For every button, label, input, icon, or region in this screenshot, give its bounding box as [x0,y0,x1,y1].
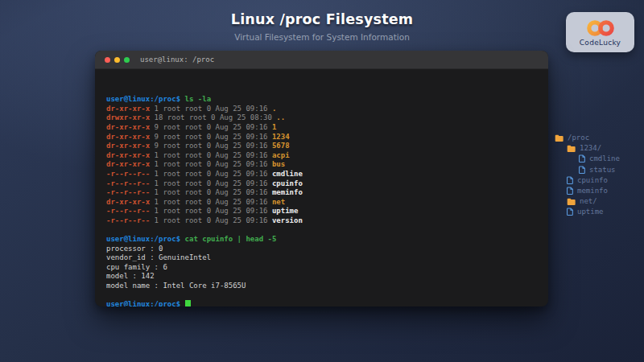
command-output: vendor_id : GenuineIntel [106,253,211,261]
infinity-icon [584,19,617,37]
terminal-line: user@linux:/proc$ ls -la [106,95,537,105]
file-icon [567,208,573,216]
command-output: model : 142 [106,272,155,280]
tree-item-label: net/ [580,197,597,205]
tree-item-proc: /proc [555,134,620,142]
tree-item-label: cmdline [589,154,620,162]
ls-directory-name: acpi [272,151,290,159]
file-icon [567,176,573,184]
ls-meta: 1 root root 0 Aug 25 09:16 [150,216,272,224]
ls-directory-name: . [272,105,276,113]
terminal-body[interactable]: user@linux:/proc$ ls -ladr-xr-xr-x 1 roo… [95,69,548,306]
terminal-line: -r--r--r-- 1 root root 0 Aug 25 09:16 ve… [106,216,537,226]
terminal-line: -r--r--r-- 1 root root 0 Aug 25 09:16 cm… [106,170,537,179]
tree-item-label: status [589,166,616,174]
terminal-line: dr-xr-xr-x 1 root root 0 Aug 25 09:16 ne… [106,198,537,208]
terminal-line: model : 142 [106,272,537,282]
command-output: processor : 0 [106,245,163,253]
terminal-line [106,291,537,301]
ls-permissions: drwxr-xr-x [106,113,150,121]
ls-permissions: dr-xr-xr-x [106,160,150,168]
terminal-line: user@linux:/proc$ cat cpuinfo | head -5 [106,235,537,245]
shell-command: ls -la [185,95,212,103]
tree-item-cpuinfo: cpuinfo [555,176,620,184]
terminal-line: cpu family : 6 [106,263,537,273]
ls-meta: 9 root root 0 Aug 25 09:16 [150,123,272,131]
shell-command: cat cpuinfo | head -5 [185,235,277,243]
tree-item-uptime: uptime [555,208,620,216]
terminal-line: -r--r--r-- 1 root root 0 Aug 25 09:16 me… [106,188,537,198]
folder-icon [567,198,576,205]
terminal-titlebar[interactable]: user@linux: /proc [95,51,548,69]
ls-directory-name: net [272,198,285,206]
ls-directory-name: 1 [272,123,276,131]
tree-item-status: status [555,166,620,174]
shell-prompt: user@linux:/proc$ [106,95,185,103]
ls-meta: 1 root root 0 Aug 25 09:16 [150,207,272,215]
ls-directory-name: 1234 [272,133,290,141]
folder-icon [555,134,564,142]
ls-meta: 9 root root 0 Aug 25 09:16 [150,142,272,150]
tree-item-cmdline: cmdline [555,154,620,162]
terminal-line [106,226,537,236]
file-tree: /proc1234/cmdlinestatuscpuinfomeminfonet… [555,134,620,219]
ls-file-name: cmdline [272,170,303,178]
terminal-line: dr-xr-xr-x 9 root root 0 Aug 25 09:16 12… [106,133,537,142]
ls-meta: 1 root root 0 Aug 25 09:16 [150,170,272,178]
command-output: model name : Intel Core i7-8565U [106,282,246,290]
terminal-line: dr-xr-xr-x 9 root root 0 Aug 25 09:16 56… [106,142,537,151]
ls-meta: 1 root root 0 Aug 25 09:16 [150,179,272,187]
tree-item-meminfo: meminfo [555,187,620,195]
ls-permissions: -r--r--r-- [106,216,150,224]
page-background: Linux /proc Filesystem Virtual Filesyste… [0,0,644,362]
terminal-line: dr-xr-xr-x 1 root root 0 Aug 25 09:16 ac… [106,151,537,161]
terminal-line: dr-xr-xr-x 1 root root 0 Aug 25 09:16 . [106,105,537,114]
ls-permissions: -r--r--r-- [106,207,150,215]
file-icon [579,154,585,162]
terminal-window: user@linux: /proc user@linux:/proc$ ls -… [95,51,548,306]
brand-badge: CodeLucky [566,12,634,52]
tree-item-label: /proc [568,134,589,142]
terminal-title: user@linux: /proc [140,56,214,64]
ls-meta: 18 root root 0 Aug 25 08:30 [150,113,276,121]
tree-item-label: meminfo [577,187,608,195]
maximize-button[interactable] [124,57,130,63]
brand-name: CodeLucky [580,39,621,47]
ls-meta: 1 root root 0 Aug 25 09:16 [150,198,272,206]
terminal-session: user@linux:/proc$ ls -ladr-xr-xr-x 1 roo… [106,95,537,306]
window-controls [105,57,130,63]
page-title: Linux /proc Filesystem [0,11,644,27]
ls-permissions: dr-xr-xr-x [106,142,150,150]
terminal-input-line[interactable]: user@linux:/proc$ [106,300,537,306]
minimize-button[interactable] [114,57,120,63]
terminal-line: processor : 0 [106,245,537,254]
ls-permissions: -r--r--r-- [106,170,150,178]
ls-meta: 1 root root 0 Aug 25 09:16 [150,105,272,113]
ls-file-name: version [272,216,303,224]
terminal-cursor[interactable] [185,300,191,306]
close-button[interactable] [105,57,110,63]
ls-directory-name: .. [276,113,285,121]
shell-prompt: user@linux:/proc$ [106,235,185,243]
ls-permissions: -r--r--r-- [106,179,150,187]
ls-meta: 1 root root 0 Aug 25 09:16 [150,151,272,159]
ls-meta: 9 root root 0 Aug 25 09:16 [150,133,272,141]
tree-item-1234: 1234/ [555,144,620,152]
tree-item-net: net/ [555,197,620,205]
file-icon [567,187,573,195]
terminal-line: dr-xr-xr-x 9 root root 0 Aug 25 09:16 1 [106,123,537,133]
ls-permissions: dr-xr-xr-x [106,123,150,131]
tree-item-label: uptime [577,208,604,216]
ls-meta: 1 root root 0 Aug 25 09:16 [150,188,272,196]
ls-directory-name: bus [272,160,285,168]
ls-permissions: dr-xr-xr-x [106,198,150,206]
shell-prompt: user@linux:/proc$ [106,300,185,306]
file-icon [579,166,585,174]
ls-permissions: dr-xr-xr-x [106,151,150,159]
command-output: cpu family : 6 [106,263,167,271]
terminal-line: -r--r--r-- 1 root root 0 Aug 25 09:16 up… [106,207,537,216]
ls-file-name: meminfo [272,188,303,196]
ls-directory-name: 5678 [272,142,290,150]
page-header: Linux /proc Filesystem Virtual Filesyste… [0,11,644,42]
tree-item-label: cpuinfo [577,176,608,184]
